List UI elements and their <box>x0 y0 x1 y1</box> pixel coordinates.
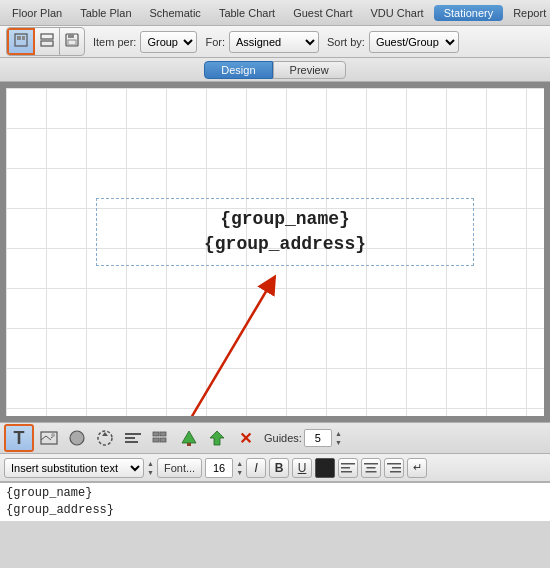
view-mode-buttons <box>6 27 85 56</box>
underline-btn[interactable]: U <box>292 458 312 478</box>
align-center-btn[interactable] <box>361 458 381 478</box>
svg-rect-6 <box>68 34 74 38</box>
svg-line-10 <box>41 436 46 440</box>
align-left-icon <box>341 462 355 474</box>
tree-tool-btn[interactable] <box>176 426 202 450</box>
status-bar: {group_name} {group_address} <box>0 482 550 521</box>
insert-text-select[interactable]: Insert substitution text <box>4 458 144 478</box>
align-right-icon <box>387 462 401 474</box>
guides-stepper[interactable]: ▲ ▼ <box>335 429 342 447</box>
align-right-btn[interactable] <box>384 458 404 478</box>
text-tool-icon: T <box>14 428 25 449</box>
svg-rect-3 <box>41 34 53 39</box>
svg-rect-23 <box>160 438 166 442</box>
spin-tool-btn[interactable] <box>92 426 118 450</box>
tab-row: Design Preview <box>0 58 550 82</box>
svg-marker-24 <box>182 431 196 443</box>
svg-marker-16 <box>102 432 108 436</box>
circle-tool-btn[interactable] <box>64 426 90 450</box>
delete-btn[interactable]: ✕ <box>232 426 258 450</box>
sort-by-label: Sort by: <box>327 36 365 48</box>
svg-rect-4 <box>41 41 53 46</box>
for-label: For: <box>205 36 225 48</box>
item-per-select[interactable]: Group <box>140 31 197 53</box>
save-btn[interactable] <box>60 28 84 55</box>
svg-rect-32 <box>366 471 377 473</box>
svg-rect-2 <box>22 36 25 40</box>
status-line-1: {group_name} <box>6 485 544 502</box>
svg-rect-30 <box>364 463 378 465</box>
svg-rect-28 <box>341 467 350 469</box>
guides-down-arrow[interactable]: ▼ <box>335 438 342 447</box>
guides-up-arrow[interactable]: ▲ <box>335 429 342 438</box>
svg-rect-33 <box>387 463 401 465</box>
for-select[interactable]: Assigned <box>229 31 319 53</box>
nav-item-table-plan[interactable]: Table Plan <box>72 5 139 21</box>
indent-btn[interactable]: ↵ <box>407 458 427 478</box>
align-center-icon <box>364 462 378 474</box>
text-tool-btn[interactable]: T <box>4 424 34 452</box>
nav-bar: Floor Plan Table Plan Schematic Table Ch… <box>0 0 550 26</box>
status-line-2: {group_address} <box>6 502 544 519</box>
svg-rect-34 <box>392 467 401 469</box>
canvas-textbox-text: {group_name} {group_address} <box>113 207 457 257</box>
sort-by-select[interactable]: Guest/Group <box>369 31 459 53</box>
nav-item-guest-chart[interactable]: Guest Chart <box>285 5 360 21</box>
font-size-input[interactable] <box>205 458 233 478</box>
svg-rect-35 <box>390 471 401 473</box>
format-toolbar: Insert substitution text ▲ ▼ Font... ▲ ▼… <box>0 454 550 482</box>
group-address-placeholder: {group_address} <box>113 232 457 257</box>
tab-design[interactable]: Design <box>204 61 272 79</box>
align-left-icon <box>124 431 142 445</box>
down-arrow-tool-btn[interactable] <box>204 426 230 450</box>
grid-icon <box>152 431 170 445</box>
svg-rect-19 <box>125 441 138 443</box>
canvas-textbox[interactable]: {group_name} {group_address} <box>96 198 474 266</box>
guides-label: Guides: <box>264 432 302 444</box>
svg-rect-7 <box>68 40 76 45</box>
svg-line-11 <box>46 436 51 440</box>
nav-item-floor-plan[interactable]: Floor Plan <box>4 5 70 21</box>
font-size-down[interactable]: ▼ <box>236 468 243 477</box>
insert-text-down[interactable]: ▼ <box>147 468 154 477</box>
font-button[interactable]: Font... <box>157 458 202 478</box>
image-icon <box>40 431 58 445</box>
bold-btn[interactable]: B <box>269 458 289 478</box>
svg-rect-1 <box>17 36 21 40</box>
nav-item-vdu-chart[interactable]: VDU Chart <box>362 5 431 21</box>
insert-text-stepper[interactable]: ▲ ▼ <box>147 459 154 477</box>
layout-btn-2[interactable] <box>35 28 60 55</box>
layout-btn-1[interactable] <box>7 28 35 55</box>
toolbar-row: Item per: Group For: Assigned Sort by: G… <box>0 26 550 58</box>
align-left-tool-btn[interactable] <box>120 426 146 450</box>
svg-marker-26 <box>210 431 224 445</box>
svg-rect-17 <box>125 433 141 435</box>
font-size-up[interactable]: ▲ <box>236 459 243 468</box>
color-swatch[interactable] <box>315 458 335 478</box>
align-left-btn[interactable] <box>338 458 358 478</box>
item-per-label: Item per: <box>93 36 136 48</box>
svg-rect-29 <box>341 471 352 473</box>
svg-point-14 <box>70 431 84 445</box>
nav-item-schematic[interactable]: Schematic <box>142 5 209 21</box>
svg-rect-21 <box>160 432 166 436</box>
tree-icon <box>180 430 198 446</box>
guides-input[interactable] <box>304 429 332 447</box>
svg-rect-22 <box>153 438 159 442</box>
tab-preview[interactable]: Preview <box>273 61 346 79</box>
image-tool-btn[interactable] <box>36 426 62 450</box>
svg-rect-20 <box>153 432 159 436</box>
svg-point-13 <box>51 433 55 437</box>
italic-btn[interactable]: I <box>246 458 266 478</box>
nav-item-report[interactable]: Report <box>505 5 550 21</box>
canvas-inner[interactable]: {group_name} {group_address} <box>6 88 544 416</box>
nav-item-table-chart[interactable]: Table Chart <box>211 5 283 21</box>
insert-text-up[interactable]: ▲ <box>147 459 154 468</box>
nav-item-stationery[interactable]: Stationery <box>434 5 504 21</box>
svg-rect-27 <box>341 463 355 465</box>
canvas-area: {group_name} {group_address} <box>0 82 550 422</box>
group-name-placeholder: {group_name} <box>113 207 457 232</box>
svg-rect-25 <box>187 443 191 446</box>
font-size-stepper[interactable]: ▲ ▼ <box>236 459 243 477</box>
grid-tool-btn[interactable] <box>148 426 174 450</box>
